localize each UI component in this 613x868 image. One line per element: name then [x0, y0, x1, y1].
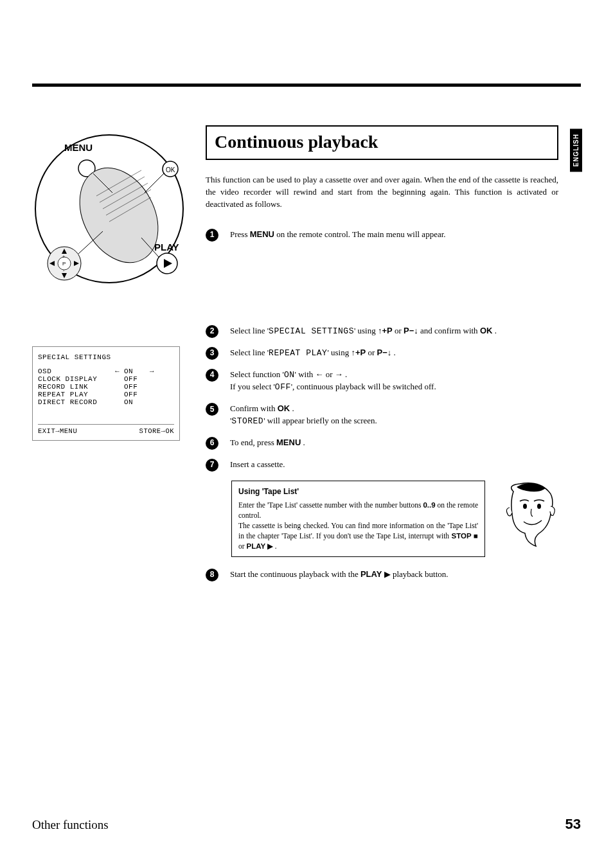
step-text: ' using — [327, 348, 351, 357]
page-number: 53 — [565, 816, 581, 833]
step-6: 6 To end, press MENU . — [231, 437, 558, 450]
language-tab: ENGLISH — [570, 128, 582, 172]
step-text: on the remote control. The main menu wil… — [274, 229, 446, 239]
step-text: . — [301, 438, 305, 447]
osd-value: OFF — [124, 383, 150, 391]
up-p-button: ↑+P — [351, 348, 366, 357]
step-3: 3 Select line 'REPEAT PLAY' using ↑+P or… — [231, 347, 558, 360]
menu-button-label: MENU — [276, 438, 301, 447]
step-text: or — [324, 369, 335, 379]
step-5: 5 Confirm with OK . 'STORED' will appear… — [231, 403, 558, 428]
remote-play-label: PLAY — [154, 242, 179, 252]
step-text: . — [290, 403, 294, 413]
ok-button-label: OK — [480, 326, 493, 335]
stop-button-label: STOP — [452, 532, 472, 540]
play-icon: ▶ — [267, 542, 273, 550]
stored-message: STORED — [231, 416, 263, 426]
osd-footer-store: STORE→OK — [139, 427, 174, 435]
osd-divider — [38, 424, 174, 425]
content-area: MENU OK PLAY P — [32, 125, 558, 590]
step-text: ' using — [354, 326, 378, 335]
tip-box: Using 'Tape List' Enter the 'Tape List' … — [231, 481, 485, 557]
step-text: or — [366, 348, 377, 357]
step-number-icon: 8 — [206, 569, 218, 581]
svg-text:P: P — [62, 261, 66, 267]
step-text: Select line ' — [230, 348, 269, 357]
step-text: Start the continuous playback with the — [230, 569, 360, 579]
svg-point-24 — [523, 504, 527, 509]
osd-row: REPEAT PLAY OFF — [38, 391, 174, 398]
step-1: 1 Press MENU on the remote control. The … — [231, 229, 558, 242]
osd-label: REPEAT PLAY — [38, 391, 115, 398]
tip-face-illustration — [501, 482, 558, 553]
osd-title: SPECIAL SETTINGS — [38, 353, 174, 361]
osd-line-name: SPECIAL SETTINGS — [269, 326, 354, 336]
p-down-button: P−↓ — [404, 326, 418, 335]
svg-text:+: + — [62, 254, 65, 259]
tip-text: Enter the 'Tape List' cassette number wi… — [238, 501, 423, 509]
step-text: If you select ' — [230, 382, 275, 391]
osd-footer-exit: EXIT→MENU — [38, 427, 77, 435]
number-buttons-label: 0..9 — [423, 501, 435, 509]
osd-label: CLOCK DISPLAY — [38, 375, 115, 383]
left-column: MENU OK PLAY P — [32, 125, 193, 590]
osd-row: RECORD LINK OFF — [38, 383, 174, 391]
right-arrow-icon: → — [335, 369, 343, 379]
osd-value: OFF — [124, 375, 150, 383]
osd-row: OSD ← ON → — [38, 368, 174, 375]
play-button-label: PLAY — [360, 569, 382, 579]
osd-line-name: REPEAT PLAY — [269, 348, 327, 358]
step-2: 2 Select line 'SPECIAL SETTINGS' using ↑… — [231, 325, 558, 338]
step-text: . — [343, 369, 348, 379]
step-7: 7 Insert a cassette. — [231, 459, 558, 472]
off-value: OFF — [275, 382, 291, 392]
step-number-icon: 7 — [206, 459, 218, 472]
osd-arrow-left: ← — [115, 368, 124, 375]
page-title: Continuous playback — [215, 132, 549, 152]
menu-button-label: MENU — [250, 229, 274, 239]
left-arrow-icon: ← — [315, 369, 324, 379]
step-text: ' with — [295, 369, 315, 379]
tip-title: Using 'Tape List' — [238, 486, 478, 497]
step-8: 8 Start the continuous playback with the… — [231, 569, 558, 581]
osd-screen: SPECIAL SETTINGS OSD ← ON → CLOCK DISPLA… — [32, 346, 180, 441]
tip-text: The cassette is being checked. You can f… — [238, 522, 478, 540]
up-p-button: ↑+P — [378, 326, 393, 335]
osd-value: OFF — [124, 391, 150, 398]
on-value: ON — [284, 370, 295, 380]
step-text: Select function ' — [230, 369, 284, 379]
ok-button-label: OK — [278, 403, 290, 413]
step-number-icon: 5 — [206, 403, 218, 416]
osd-value: ON — [124, 368, 150, 375]
step-text: Select line ' — [230, 326, 269, 335]
step-text: Press — [230, 229, 250, 239]
step-number-icon: 4 — [206, 369, 218, 382]
p-down-button: P−↓ — [377, 348, 392, 357]
play-icon: ▶ — [384, 569, 391, 579]
play-button-label: PLAY — [246, 542, 265, 550]
step-text: and confirm with — [418, 326, 480, 335]
step-number-icon: 3 — [206, 347, 218, 360]
remote-control-illustration: MENU OK PLAY P — [32, 125, 186, 292]
right-column: Continuous playback This function can be… — [206, 125, 558, 590]
step-text: ' will appear briefly on the screen. — [263, 416, 377, 425]
step-text: . — [391, 348, 396, 357]
svg-point-25 — [537, 504, 541, 509]
osd-arrow-right: → — [150, 368, 159, 375]
step-text: ', continuous playback will be switched … — [291, 382, 436, 391]
osd-row: CLOCK DISPLAY OFF — [38, 375, 174, 383]
remote-menu-label: MENU — [64, 142, 93, 153]
step-text: Confirm with — [230, 403, 278, 413]
osd-label: OSD — [38, 368, 115, 375]
step-number-icon: 6 — [206, 437, 218, 450]
remote-ok-label: OK — [166, 166, 175, 173]
step-number-icon: 2 — [206, 325, 218, 338]
step-text: . — [492, 326, 497, 335]
step-text: or — [393, 326, 404, 335]
title-box: Continuous playback — [206, 125, 558, 160]
page-footer: Other functions 53 — [32, 816, 581, 833]
osd-footer: EXIT→MENU STORE→OK — [38, 427, 174, 435]
step-number-icon: 1 — [206, 229, 218, 242]
step-text: To end, press — [230, 438, 276, 447]
section-title: Other functions — [32, 818, 109, 832]
